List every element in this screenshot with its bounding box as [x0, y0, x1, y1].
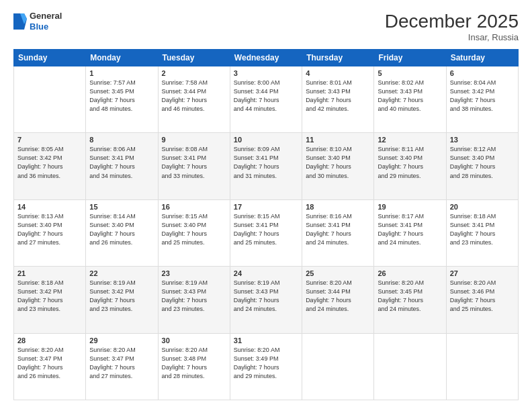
cell-info: Sunrise: 8:06 AM Sunset: 3:41 PM Dayligh…	[89, 145, 154, 180]
day-number: 31	[234, 336, 298, 345]
cell-info: Sunrise: 8:17 AM Sunset: 3:41 PM Dayligh…	[378, 212, 442, 247]
calendar-cell: 17Sunrise: 8:15 AM Sunset: 3:41 PM Dayli…	[230, 199, 302, 266]
calendar-cell: 15Sunrise: 8:14 AM Sunset: 3:40 PM Dayli…	[86, 199, 158, 266]
calendar-cell: 16Sunrise: 8:15 AM Sunset: 3:40 PM Dayli…	[158, 199, 230, 266]
cell-info: Sunrise: 7:57 AM Sunset: 3:45 PM Dayligh…	[89, 79, 154, 113]
week-row-0: 1Sunrise: 7:57 AM Sunset: 3:45 PM Daylig…	[14, 66, 519, 133]
cell-info: Sunrise: 8:19 AM Sunset: 3:43 PM Dayligh…	[162, 279, 226, 314]
cell-info: Sunrise: 8:20 AM Sunset: 3:49 PM Dayligh…	[234, 346, 298, 381]
day-number: 14	[17, 203, 82, 211]
calendar-cell: 10Sunrise: 8:09 AM Sunset: 3:41 PM Dayli…	[230, 133, 302, 199]
calendar-cell: 14Sunrise: 8:13 AM Sunset: 3:40 PM Dayli…	[14, 199, 86, 266]
logo: General Blue	[13, 11, 62, 32]
calendar-cell: 26Sunrise: 8:20 AM Sunset: 3:45 PM Dayli…	[374, 267, 446, 333]
day-number: 16	[162, 203, 226, 211]
cell-info: Sunrise: 8:05 AM Sunset: 3:42 PM Dayligh…	[17, 145, 82, 180]
calendar: SundayMondayTuesdayWednesdayThursdayFrid…	[13, 49, 519, 400]
title-block: December 2025 Insar, Russia	[385, 11, 519, 42]
day-number: 4	[306, 69, 370, 77]
day-number: 26	[378, 269, 442, 277]
cell-info: Sunrise: 8:20 AM Sunset: 3:47 PM Dayligh…	[89, 346, 154, 381]
col-header-monday: Monday	[86, 50, 158, 66]
logo-general: General	[30, 11, 62, 21]
day-number: 12	[378, 136, 442, 144]
calendar-cell: 18Sunrise: 8:16 AM Sunset: 3:41 PM Dayli…	[302, 199, 374, 266]
logo-text: General Blue	[30, 11, 62, 32]
calendar-cell: 24Sunrise: 8:19 AM Sunset: 3:43 PM Dayli…	[230, 267, 302, 333]
cell-info: Sunrise: 8:12 AM Sunset: 3:40 PM Dayligh…	[450, 145, 515, 180]
calendar-cell: 19Sunrise: 8:17 AM Sunset: 3:41 PM Dayli…	[374, 199, 446, 266]
week-row-2: 14Sunrise: 8:13 AM Sunset: 3:40 PM Dayli…	[14, 199, 519, 266]
week-row-3: 21Sunrise: 8:18 AM Sunset: 3:42 PM Dayli…	[14, 267, 519, 333]
calendar-cell: 20Sunrise: 8:18 AM Sunset: 3:41 PM Dayli…	[446, 199, 518, 266]
calendar-cell: 9Sunrise: 8:08 AM Sunset: 3:41 PM Daylig…	[158, 133, 230, 199]
col-header-sunday: Sunday	[14, 50, 86, 66]
day-number: 28	[17, 336, 82, 345]
cell-info: Sunrise: 8:19 AM Sunset: 3:42 PM Dayligh…	[89, 279, 154, 314]
cell-info: Sunrise: 8:20 AM Sunset: 3:44 PM Dayligh…	[306, 279, 370, 314]
calendar-cell: 12Sunrise: 8:11 AM Sunset: 3:40 PM Dayli…	[374, 133, 446, 199]
cell-info: Sunrise: 8:04 AM Sunset: 3:42 PM Dayligh…	[450, 79, 515, 113]
calendar-cell: 6Sunrise: 8:04 AM Sunset: 3:42 PM Daylig…	[446, 66, 518, 133]
calendar-cell	[14, 66, 86, 133]
day-number: 10	[234, 136, 298, 144]
calendar-cell: 30Sunrise: 8:20 AM Sunset: 3:48 PM Dayli…	[158, 333, 230, 400]
calendar-cell	[302, 333, 374, 400]
calendar-cell: 23Sunrise: 8:19 AM Sunset: 3:43 PM Dayli…	[158, 267, 230, 333]
cell-info: Sunrise: 8:00 AM Sunset: 3:44 PM Dayligh…	[234, 79, 298, 113]
day-number: 5	[378, 69, 442, 77]
day-number: 8	[89, 136, 154, 144]
day-number: 1	[89, 69, 154, 77]
cell-info: Sunrise: 8:18 AM Sunset: 3:41 PM Dayligh…	[450, 212, 515, 247]
calendar-cell: 28Sunrise: 8:20 AM Sunset: 3:47 PM Dayli…	[14, 333, 86, 400]
month-title: December 2025	[385, 11, 519, 32]
cell-info: Sunrise: 8:11 AM Sunset: 3:40 PM Dayligh…	[378, 145, 442, 180]
calendar-cell: 5Sunrise: 8:02 AM Sunset: 3:43 PM Daylig…	[374, 66, 446, 133]
day-number: 25	[306, 269, 370, 277]
day-number: 21	[17, 269, 82, 277]
day-number: 7	[17, 136, 82, 144]
calendar-cell: 7Sunrise: 8:05 AM Sunset: 3:42 PM Daylig…	[14, 133, 86, 199]
calendar-cell	[446, 333, 518, 400]
calendar-cell: 13Sunrise: 8:12 AM Sunset: 3:40 PM Dayli…	[446, 133, 518, 199]
day-number: 13	[450, 136, 515, 144]
col-header-wednesday: Wednesday	[230, 50, 302, 66]
cell-info: Sunrise: 8:08 AM Sunset: 3:41 PM Dayligh…	[162, 145, 226, 180]
cell-info: Sunrise: 8:10 AM Sunset: 3:40 PM Dayligh…	[306, 145, 370, 180]
col-header-friday: Friday	[374, 50, 446, 66]
calendar-cell: 21Sunrise: 8:18 AM Sunset: 3:42 PM Dayli…	[14, 267, 86, 333]
week-row-4: 28Sunrise: 8:20 AM Sunset: 3:47 PM Dayli…	[14, 333, 519, 400]
day-number: 19	[378, 203, 442, 211]
logo-icon	[13, 13, 27, 30]
calendar-cell: 1Sunrise: 7:57 AM Sunset: 3:45 PM Daylig…	[86, 66, 158, 133]
cell-info: Sunrise: 8:19 AM Sunset: 3:43 PM Dayligh…	[234, 279, 298, 314]
cell-info: Sunrise: 7:58 AM Sunset: 3:44 PM Dayligh…	[162, 79, 226, 113]
calendar-cell: 11Sunrise: 8:10 AM Sunset: 3:40 PM Dayli…	[302, 133, 374, 199]
cell-info: Sunrise: 8:01 AM Sunset: 3:43 PM Dayligh…	[306, 79, 370, 113]
day-number: 11	[306, 136, 370, 144]
logo-blue: Blue	[30, 21, 62, 32]
calendar-cell: 3Sunrise: 8:00 AM Sunset: 3:44 PM Daylig…	[230, 66, 302, 133]
day-number: 27	[450, 269, 515, 277]
calendar-cell: 2Sunrise: 7:58 AM Sunset: 3:44 PM Daylig…	[158, 66, 230, 133]
cell-info: Sunrise: 8:20 AM Sunset: 3:47 PM Dayligh…	[17, 346, 82, 381]
cell-info: Sunrise: 8:18 AM Sunset: 3:42 PM Dayligh…	[17, 279, 82, 314]
cell-info: Sunrise: 8:15 AM Sunset: 3:41 PM Dayligh…	[234, 212, 298, 247]
calendar-cell: 4Sunrise: 8:01 AM Sunset: 3:43 PM Daylig…	[302, 66, 374, 133]
cell-info: Sunrise: 8:16 AM Sunset: 3:41 PM Dayligh…	[306, 212, 370, 247]
cell-info: Sunrise: 8:20 AM Sunset: 3:46 PM Dayligh…	[450, 279, 515, 314]
day-number: 3	[234, 69, 298, 77]
cell-info: Sunrise: 8:13 AM Sunset: 3:40 PM Dayligh…	[17, 212, 82, 247]
day-number: 9	[162, 136, 226, 144]
col-header-thursday: Thursday	[302, 50, 374, 66]
calendar-header-row: SundayMondayTuesdayWednesdayThursdayFrid…	[14, 50, 519, 66]
calendar-cell: 25Sunrise: 8:20 AM Sunset: 3:44 PM Dayli…	[302, 267, 374, 333]
cell-info: Sunrise: 8:02 AM Sunset: 3:43 PM Dayligh…	[378, 79, 442, 113]
cell-info: Sunrise: 8:09 AM Sunset: 3:41 PM Dayligh…	[234, 145, 298, 180]
cell-info: Sunrise: 8:14 AM Sunset: 3:40 PM Dayligh…	[89, 212, 154, 247]
cell-info: Sunrise: 8:15 AM Sunset: 3:40 PM Dayligh…	[162, 212, 226, 247]
calendar-cell: 22Sunrise: 8:19 AM Sunset: 3:42 PM Dayli…	[86, 267, 158, 333]
day-number: 6	[450, 69, 515, 77]
day-number: 22	[89, 269, 154, 277]
calendar-cell	[374, 333, 446, 400]
